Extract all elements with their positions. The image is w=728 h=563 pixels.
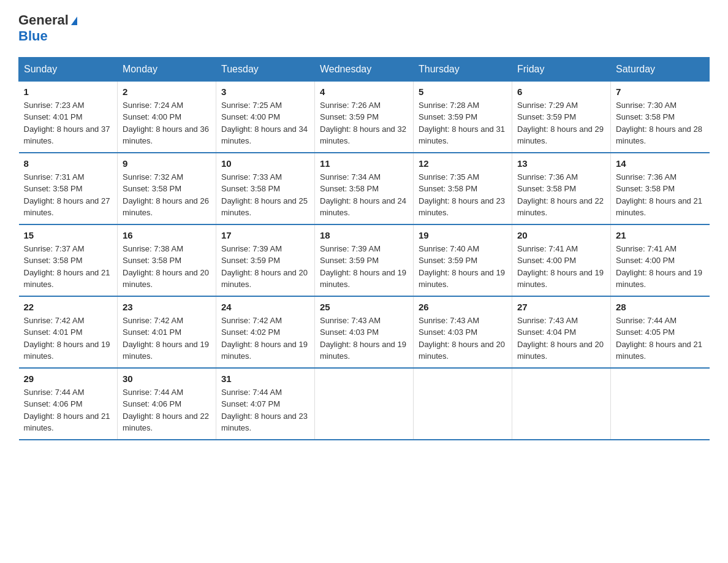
day-number: 12 <box>419 158 507 169</box>
day-info: Sunrise: 7:39 AM Sunset: 3:59 PM Dayligh… <box>320 243 408 291</box>
day-number: 21 <box>616 230 705 240</box>
day-number: 1 <box>24 86 113 97</box>
day-number: 24 <box>221 302 309 312</box>
calendar-cell: 21 Sunrise: 7:41 AM Sunset: 4:00 PM Dayl… <box>611 224 710 296</box>
day-number: 30 <box>123 373 211 384</box>
weekday-header-thursday: Thursday <box>414 57 512 81</box>
day-number: 2 <box>123 86 211 97</box>
day-info: Sunrise: 7:24 AM Sunset: 4:00 PM Dayligh… <box>123 99 211 147</box>
day-info: Sunrise: 7:37 AM Sunset: 3:58 PM Dayligh… <box>24 243 113 291</box>
day-info: Sunrise: 7:30 AM Sunset: 3:58 PM Dayligh… <box>616 99 705 147</box>
page-header: General Blue <box>18 12 710 45</box>
day-number: 4 <box>320 86 408 97</box>
day-info: Sunrise: 7:42 AM Sunset: 4:02 PM Dayligh… <box>221 315 309 362</box>
logo-triangle-icon <box>71 17 77 25</box>
day-number: 29 <box>24 373 113 384</box>
day-number: 22 <box>24 302 113 312</box>
day-number: 6 <box>517 86 605 97</box>
week-row-1: 1 Sunrise: 7:23 AM Sunset: 4:01 PM Dayli… <box>19 81 710 153</box>
calendar-cell: 29 Sunrise: 7:44 AM Sunset: 4:06 PM Dayl… <box>19 368 118 440</box>
calendar-cell: 3 Sunrise: 7:25 AM Sunset: 4:00 PM Dayli… <box>216 81 315 153</box>
calendar-cell: 15 Sunrise: 7:37 AM Sunset: 3:58 PM Dayl… <box>19 224 118 296</box>
calendar-cell: 1 Sunrise: 7:23 AM Sunset: 4:01 PM Dayli… <box>19 81 118 153</box>
day-number: 19 <box>419 230 507 240</box>
weekday-header-wednesday: Wednesday <box>315 57 414 81</box>
calendar-cell: 5 Sunrise: 7:28 AM Sunset: 3:59 PM Dayli… <box>414 81 512 153</box>
calendar-cell: 11 Sunrise: 7:34 AM Sunset: 3:58 PM Dayl… <box>315 153 414 224</box>
day-info: Sunrise: 7:29 AM Sunset: 3:59 PM Dayligh… <box>517 99 605 147</box>
day-info: Sunrise: 7:42 AM Sunset: 4:01 PM Dayligh… <box>24 315 113 362</box>
calendar-cell: 20 Sunrise: 7:41 AM Sunset: 4:00 PM Dayl… <box>512 224 611 296</box>
weekday-header-row: SundayMondayTuesdayWednesdayThursdayFrid… <box>19 57 710 81</box>
calendar-cell <box>315 368 414 440</box>
week-row-3: 15 Sunrise: 7:37 AM Sunset: 3:58 PM Dayl… <box>19 224 710 296</box>
day-info: Sunrise: 7:44 AM Sunset: 4:06 PM Dayligh… <box>123 386 211 434</box>
day-info: Sunrise: 7:26 AM Sunset: 3:59 PM Dayligh… <box>320 99 408 147</box>
day-info: Sunrise: 7:44 AM Sunset: 4:05 PM Dayligh… <box>616 315 705 362</box>
day-info: Sunrise: 7:33 AM Sunset: 3:58 PM Dayligh… <box>221 171 309 219</box>
calendar-cell: 9 Sunrise: 7:32 AM Sunset: 3:58 PM Dayli… <box>118 153 216 224</box>
calendar-cell <box>414 368 512 440</box>
day-info: Sunrise: 7:34 AM Sunset: 3:58 PM Dayligh… <box>320 171 408 219</box>
day-info: Sunrise: 7:23 AM Sunset: 4:01 PM Dayligh… <box>24 99 113 147</box>
weekday-header-friday: Friday <box>512 57 611 81</box>
day-info: Sunrise: 7:41 AM Sunset: 4:00 PM Dayligh… <box>616 243 705 291</box>
calendar-cell: 18 Sunrise: 7:39 AM Sunset: 3:59 PM Dayl… <box>315 224 414 296</box>
calendar-cell: 25 Sunrise: 7:43 AM Sunset: 4:03 PM Dayl… <box>315 296 414 368</box>
logo: General Blue <box>18 12 77 45</box>
week-row-5: 29 Sunrise: 7:44 AM Sunset: 4:06 PM Dayl… <box>19 368 710 440</box>
calendar-cell: 7 Sunrise: 7:30 AM Sunset: 3:58 PM Dayli… <box>611 81 710 153</box>
day-info: Sunrise: 7:40 AM Sunset: 3:59 PM Dayligh… <box>419 243 507 291</box>
day-info: Sunrise: 7:32 AM Sunset: 3:58 PM Dayligh… <box>123 171 211 219</box>
week-row-4: 22 Sunrise: 7:42 AM Sunset: 4:01 PM Dayl… <box>19 296 710 368</box>
day-number: 27 <box>517 302 605 312</box>
day-info: Sunrise: 7:43 AM Sunset: 4:03 PM Dayligh… <box>419 315 507 362</box>
calendar-cell: 27 Sunrise: 7:43 AM Sunset: 4:04 PM Dayl… <box>512 296 611 368</box>
calendar-cell: 12 Sunrise: 7:35 AM Sunset: 3:58 PM Dayl… <box>414 153 512 224</box>
calendar-table: SundayMondayTuesdayWednesdayThursdayFrid… <box>18 57 710 440</box>
day-number: 10 <box>221 158 309 169</box>
calendar-cell: 17 Sunrise: 7:39 AM Sunset: 3:59 PM Dayl… <box>216 224 315 296</box>
day-number: 31 <box>221 373 309 384</box>
logo-blue-text: Blue <box>18 28 77 44</box>
calendar-cell: 19 Sunrise: 7:40 AM Sunset: 3:59 PM Dayl… <box>414 224 512 296</box>
day-info: Sunrise: 7:38 AM Sunset: 3:58 PM Dayligh… <box>123 243 211 291</box>
day-info: Sunrise: 7:44 AM Sunset: 4:07 PM Dayligh… <box>221 386 309 434</box>
day-info: Sunrise: 7:31 AM Sunset: 3:58 PM Dayligh… <box>24 171 113 219</box>
calendar-cell: 26 Sunrise: 7:43 AM Sunset: 4:03 PM Dayl… <box>414 296 512 368</box>
day-number: 14 <box>616 158 705 169</box>
day-number: 20 <box>517 230 605 240</box>
calendar-cell: 23 Sunrise: 7:42 AM Sunset: 4:01 PM Dayl… <box>118 296 216 368</box>
day-info: Sunrise: 7:35 AM Sunset: 3:58 PM Dayligh… <box>419 171 507 219</box>
calendar-cell: 13 Sunrise: 7:36 AM Sunset: 3:58 PM Dayl… <box>512 153 611 224</box>
calendar-cell: 24 Sunrise: 7:42 AM Sunset: 4:02 PM Dayl… <box>216 296 315 368</box>
calendar-cell: 2 Sunrise: 7:24 AM Sunset: 4:00 PM Dayli… <box>118 81 216 153</box>
day-info: Sunrise: 7:36 AM Sunset: 3:58 PM Dayligh… <box>616 171 705 219</box>
calendar-cell: 6 Sunrise: 7:29 AM Sunset: 3:59 PM Dayli… <box>512 81 611 153</box>
weekday-header-saturday: Saturday <box>611 57 710 81</box>
calendar-cell <box>611 368 710 440</box>
day-info: Sunrise: 7:36 AM Sunset: 3:58 PM Dayligh… <box>517 171 605 219</box>
calendar-cell: 31 Sunrise: 7:44 AM Sunset: 4:07 PM Dayl… <box>216 368 315 440</box>
day-number: 15 <box>24 230 113 240</box>
calendar-cell: 14 Sunrise: 7:36 AM Sunset: 3:58 PM Dayl… <box>611 153 710 224</box>
day-number: 8 <box>24 158 113 169</box>
calendar-cell: 30 Sunrise: 7:44 AM Sunset: 4:06 PM Dayl… <box>118 368 216 440</box>
day-info: Sunrise: 7:44 AM Sunset: 4:06 PM Dayligh… <box>24 386 113 434</box>
day-number: 3 <box>221 86 309 97</box>
calendar-cell: 16 Sunrise: 7:38 AM Sunset: 3:58 PM Dayl… <box>118 224 216 296</box>
day-info: Sunrise: 7:28 AM Sunset: 3:59 PM Dayligh… <box>419 99 507 147</box>
day-number: 16 <box>123 230 211 240</box>
day-number: 11 <box>320 158 408 169</box>
day-info: Sunrise: 7:43 AM Sunset: 4:03 PM Dayligh… <box>320 315 408 362</box>
day-info: Sunrise: 7:43 AM Sunset: 4:04 PM Dayligh… <box>517 315 605 362</box>
day-number: 18 <box>320 230 408 240</box>
logo-general-text: General <box>18 12 69 28</box>
day-info: Sunrise: 7:25 AM Sunset: 4:00 PM Dayligh… <box>221 99 309 147</box>
calendar-cell: 28 Sunrise: 7:44 AM Sunset: 4:05 PM Dayl… <box>611 296 710 368</box>
weekday-header-tuesday: Tuesday <box>216 57 315 81</box>
day-number: 23 <box>123 302 211 312</box>
weekday-header-monday: Monday <box>118 57 216 81</box>
day-info: Sunrise: 7:41 AM Sunset: 4:00 PM Dayligh… <box>517 243 605 291</box>
day-number: 17 <box>221 230 309 240</box>
